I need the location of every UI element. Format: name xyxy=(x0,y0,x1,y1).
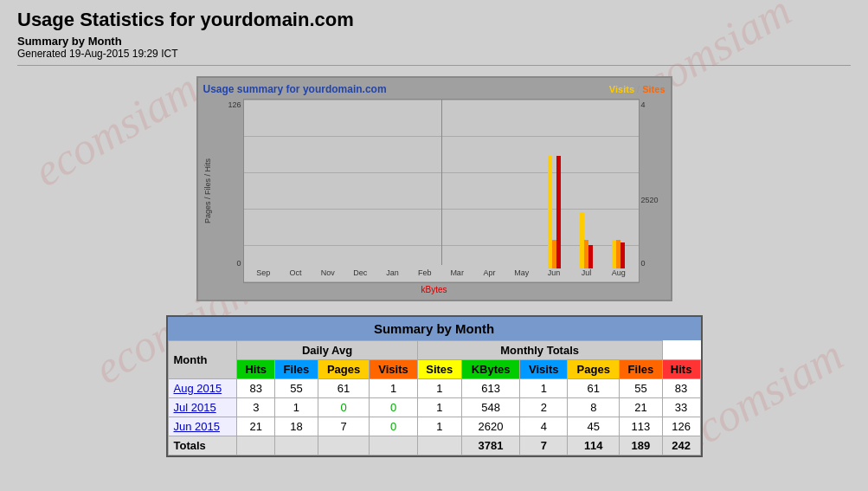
cell-month: Jul 2015 xyxy=(168,398,237,417)
cell-value: 1 xyxy=(417,398,461,417)
col-hits2: Hits xyxy=(662,360,700,379)
totals-empty xyxy=(275,436,318,455)
chart-bottom-label: kBytes xyxy=(203,285,665,294)
col-pages: Pages xyxy=(318,360,370,379)
bar-kbytes xyxy=(556,156,561,268)
table-header-row-1: Month Daily Avg Monthly Totals xyxy=(168,341,700,360)
col-daily-avg: Daily Avg xyxy=(237,341,417,360)
watermark-2: ecomsiam xyxy=(25,62,207,197)
bar-group-jun xyxy=(537,156,569,268)
cell-value: 1 xyxy=(520,379,568,398)
x-label-feb: Feb xyxy=(408,268,440,282)
bar-group-jul xyxy=(570,212,602,268)
chart-legend: Visits / Sites xyxy=(609,84,665,94)
chart-title-row: Usage summary for yourdomain.com Visits … xyxy=(203,83,665,95)
cell-value: 61 xyxy=(568,379,620,398)
col-files2: Files xyxy=(620,360,663,379)
x-label-jul: Jul xyxy=(570,268,602,282)
summary-label: Summary by Month xyxy=(17,35,851,48)
chart-title: Usage summary for yourdomain.com xyxy=(203,83,387,95)
cell-value: 55 xyxy=(620,379,663,398)
cell-value: 3 xyxy=(237,398,275,417)
legend-visits: Visits xyxy=(609,84,634,94)
totals-empty xyxy=(370,436,417,455)
x-label-apr: Apr xyxy=(473,268,505,282)
cell-month: Jun 2015 xyxy=(168,417,237,436)
generated-label: Generated 19-Aug-2015 19:29 ICT xyxy=(17,48,851,60)
cell-value: 83 xyxy=(662,379,700,398)
table-header-row-2: Hits Files Pages Visits Sites KBytes Vis… xyxy=(168,360,700,379)
cell-value: 4 xyxy=(520,417,568,436)
totals-value: 3781 xyxy=(461,436,519,455)
cell-value: 0 xyxy=(318,398,370,417)
summary-table: Month Daily Avg Monthly Totals Hits File… xyxy=(168,340,701,455)
x-label-dec: Dec xyxy=(344,268,376,282)
month-link[interactable]: Jul 2015 xyxy=(174,401,216,414)
totals-empty xyxy=(237,436,275,455)
y-axis-label: Pages / Files / Hits xyxy=(203,158,214,223)
col-files: Files xyxy=(275,360,318,379)
cell-value: 2620 xyxy=(461,417,519,436)
totals-row: Totals37817114189242 xyxy=(168,436,700,455)
table-row: Jul 201531001548282133 xyxy=(168,398,700,417)
cell-value: 18 xyxy=(275,417,318,436)
totals-empty xyxy=(318,436,370,455)
col-sites: Sites xyxy=(417,360,461,379)
table-row: Jun 201521187012620445113126 xyxy=(168,417,700,436)
bar-kbytes xyxy=(620,242,625,268)
cell-value: 8 xyxy=(568,398,620,417)
summary-table-wrapper: Summary by Month Month Daily Avg Monthly… xyxy=(166,315,703,457)
y-axis-right: 4 2520 0 xyxy=(640,99,665,283)
cell-value: 1 xyxy=(370,379,417,398)
divider xyxy=(17,65,851,66)
table-body: Aug 2015835561116131615583Jul 2015310015… xyxy=(168,379,700,455)
cell-value: 83 xyxy=(237,379,275,398)
chart-x-labels: SepOctNovDecJanFebMarAprMayJunJulAug xyxy=(244,268,639,282)
cell-value: 1 xyxy=(275,398,318,417)
totals-value: 7 xyxy=(520,436,568,455)
cell-value: 21 xyxy=(620,398,663,417)
col-kbytes: KBytes xyxy=(461,360,519,379)
month-link[interactable]: Aug 2015 xyxy=(174,382,222,395)
x-label-sep: Sep xyxy=(248,268,280,282)
table-row: Aug 2015835561116131615583 xyxy=(168,379,700,398)
totals-value: 242 xyxy=(662,436,700,455)
table-header: Summary by Month xyxy=(168,317,701,340)
cell-value: 45 xyxy=(568,417,620,436)
cell-value: 113 xyxy=(620,417,663,436)
cell-value: 1 xyxy=(417,417,461,436)
chart-bars xyxy=(244,100,639,268)
col-visits: Visits xyxy=(370,360,417,379)
x-label-aug: Aug xyxy=(602,268,634,282)
totals-value xyxy=(417,436,461,455)
col-monthly-totals: Monthly Totals xyxy=(417,341,662,360)
bar-kbytes xyxy=(588,245,593,268)
cell-value: 613 xyxy=(461,379,519,398)
cell-month: Aug 2015 xyxy=(168,379,237,398)
cell-value: 55 xyxy=(275,379,318,398)
col-visits2: Visits xyxy=(520,360,568,379)
cell-value: 0 xyxy=(370,417,417,436)
totals-value: 114 xyxy=(568,436,620,455)
x-label-may: May xyxy=(505,268,537,282)
col-hits: Hits xyxy=(237,360,275,379)
totals-label: Totals xyxy=(168,436,237,455)
page-title: Usage Statistics for yourdomain.com xyxy=(17,9,851,31)
month-link[interactable]: Jun 2015 xyxy=(174,420,221,433)
legend-sites: Sites xyxy=(642,84,665,94)
x-label-oct: Oct xyxy=(280,268,312,282)
cell-value: 1 xyxy=(417,379,461,398)
cell-value: 2 xyxy=(520,398,568,417)
cell-value: 548 xyxy=(461,398,519,417)
col-pages2: Pages xyxy=(568,360,620,379)
usage-chart: Usage summary for yourdomain.com Visits … xyxy=(196,76,672,301)
cell-value: 61 xyxy=(318,379,370,398)
cell-value: 21 xyxy=(237,417,275,436)
cell-value: 126 xyxy=(662,417,700,436)
bar-group-aug xyxy=(602,240,634,268)
x-label-mar: Mar xyxy=(440,268,473,282)
cell-value: 7 xyxy=(318,417,370,436)
x-label-nov: Nov xyxy=(312,268,344,282)
cell-value: 33 xyxy=(662,398,700,417)
totals-value: 189 xyxy=(620,436,663,455)
